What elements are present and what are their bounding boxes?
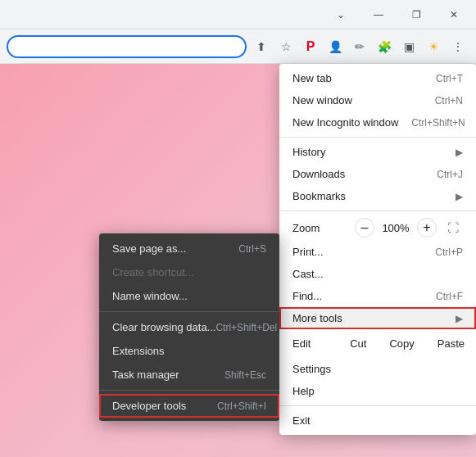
address-input[interactable] xyxy=(7,35,247,58)
sub-menu-extensions[interactable]: Extensions xyxy=(99,339,279,363)
chevron-icon[interactable]: ⌄ xyxy=(322,0,360,29)
menu-item-find[interactable]: Find... Ctrl+F xyxy=(279,285,476,307)
puzzle-icon[interactable]: 🧩 xyxy=(373,35,396,58)
sub-menu-more-tools: Save page as... Ctrl+S Create shortcut..… xyxy=(99,233,279,421)
divider-3 xyxy=(279,405,476,406)
zoom-minus-button[interactable]: – xyxy=(355,218,374,238)
main-menu: New tab Ctrl+T New window Ctrl+N New Inc… xyxy=(279,64,476,435)
zoom-row: Zoom – 100% + ⛶ xyxy=(279,215,476,241)
sub-menu-task-manager[interactable]: Task manager Shift+Esc xyxy=(99,363,279,387)
divider-2 xyxy=(279,210,476,211)
zoom-plus-button[interactable]: + xyxy=(417,218,437,238)
paste-button[interactable]: Paste xyxy=(426,333,476,355)
star-icon[interactable]: ☆ xyxy=(274,35,297,58)
menu-item-help[interactable]: Help xyxy=(279,380,476,402)
brightness-icon[interactable]: ☀ xyxy=(422,35,445,58)
menu-item-cast[interactable]: Cast... xyxy=(279,263,476,285)
sub-menu-create-shortcut[interactable]: Create shortcut... xyxy=(99,260,279,284)
menu-item-settings[interactable]: Settings xyxy=(279,358,476,380)
menu-item-more-tools[interactable]: More tools ▶ xyxy=(279,307,476,329)
menu-item-exit[interactable]: Exit xyxy=(279,409,476,432)
fullscreen-button[interactable]: ⛶ xyxy=(443,218,463,238)
menu-item-incognito[interactable]: New Incognito window Ctrl+Shift+N xyxy=(279,111,476,133)
sub-menu-save-page[interactable]: Save page as... Ctrl+S xyxy=(99,237,279,260)
close-button[interactable]: ✕ xyxy=(435,0,473,29)
edit-row: Edit Cut Copy Paste xyxy=(279,329,476,358)
sub-menu-developer-tools[interactable]: Developer tools Ctrl+Shift+I xyxy=(99,394,279,418)
zoom-value: 100% xyxy=(381,222,410,234)
share-icon[interactable]: ⬆ xyxy=(250,35,273,58)
menu-item-new-tab[interactable]: New tab Ctrl+T xyxy=(279,67,476,89)
pencil-icon[interactable]: ✏ xyxy=(348,35,371,58)
divider-1 xyxy=(279,137,476,138)
menu-item-downloads[interactable]: Downloads Ctrl+J xyxy=(279,163,476,185)
sub-menu-clear-browsing[interactable]: Clear browsing data... Ctrl+Shift+Del xyxy=(99,315,279,339)
sub-menu-name-window[interactable]: Name window... xyxy=(99,284,279,308)
pinterest-icon[interactable]: P xyxy=(299,35,322,58)
menu-icon[interactable]: ⋮ xyxy=(447,35,469,58)
toolbar-icons: ⬆ ☆ P 👤 ✏ 🧩 ▣ ☀ ⋮ xyxy=(250,35,469,58)
minimize-button[interactable]: — xyxy=(360,0,397,29)
menu-item-new-window[interactable]: New window Ctrl+N xyxy=(279,89,476,111)
sidebar-icon[interactable]: ▣ xyxy=(397,35,420,58)
copy-button[interactable]: Copy xyxy=(378,333,425,355)
profile-icon[interactable]: 👤 xyxy=(324,35,347,58)
titlebar: ⌄ — ❐ ✕ xyxy=(0,0,476,29)
menu-item-history[interactable]: History ▶ xyxy=(279,141,476,163)
sub-divider-1 xyxy=(99,311,279,312)
cut-button[interactable]: Cut xyxy=(338,333,378,355)
menu-item-bookmarks[interactable]: Bookmarks ▶ xyxy=(279,185,476,207)
address-bar: ⬆ ☆ P 👤 ✏ 🧩 ▣ ☀ ⋮ xyxy=(0,29,476,64)
menu-item-print[interactable]: Print... Ctrl+P xyxy=(279,241,476,263)
maximize-button[interactable]: ❐ xyxy=(397,0,435,29)
sub-divider-2 xyxy=(99,390,279,391)
